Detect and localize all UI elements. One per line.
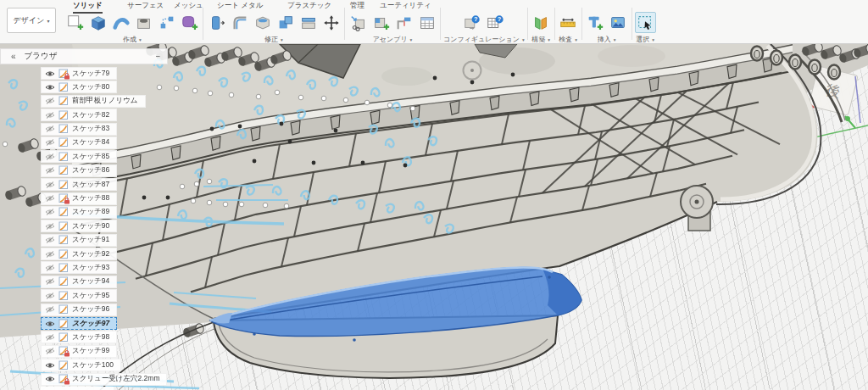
new-component-icon[interactable] (370, 12, 392, 33)
visibility-eye-closed-icon[interactable] (45, 249, 55, 259)
browser-item[interactable]: スケッチ96 (41, 304, 117, 316)
visibility-eye-closed-icon[interactable] (45, 304, 55, 315)
viewport[interactable]: 後 « ブラウザ − スケッチ79スケッチ80前部甲板リノリウムスケッチ82スケ… (0, 44, 868, 390)
collapse-panel-icon[interactable]: « (11, 52, 16, 61)
browser-item[interactable]: スケッチ93 (41, 261, 117, 274)
sketch-point (239, 202, 244, 207)
browser-item[interactable]: スケッチ100 (41, 359, 121, 371)
browser-item[interactable]: スケッチ97 (41, 317, 117, 330)
construct-plane-icon[interactable] (531, 12, 552, 33)
measure-icon[interactable] (558, 12, 579, 33)
browser-item[interactable]: スケッチ99 (41, 345, 117, 358)
browser-item[interactable]: スケッチ85 (41, 150, 117, 163)
browser-item[interactable]: スケッチ88 (41, 192, 117, 205)
joint-icon[interactable] (393, 12, 415, 33)
browser-item[interactable]: 前部甲板リノリウム (41, 95, 146, 108)
browser-item-partial[interactable] (41, 387, 114, 390)
group-create: 作成▾ (64, 0, 200, 44)
visibility-eye-closed-icon[interactable] (45, 152, 55, 162)
group-label-construct[interactable]: 構築▾ (531, 35, 550, 44)
browser-item[interactable]: スケッチ89 (41, 206, 117, 219)
browser-item[interactable]: スケッチ91 (41, 234, 117, 247)
browser-item[interactable]: スケッチ82 (41, 109, 117, 121)
sweep-icon[interactable] (110, 12, 131, 33)
browser-item[interactable]: スケッチ79 (41, 67, 117, 80)
visibility-eye-closed-icon[interactable] (45, 235, 55, 245)
create-sketch-icon[interactable] (64, 12, 86, 33)
configuration-table-icon[interactable]: ? (485, 12, 506, 33)
visibility-eye-closed-icon[interactable] (45, 221, 55, 231)
press-pull-icon[interactable] (206, 12, 227, 33)
sketch-point (387, 103, 392, 108)
group-label-create[interactable]: 作成▾ (123, 35, 142, 44)
browser-item[interactable]: スケッチ83 (41, 123, 117, 136)
browser-item[interactable]: スケッチ84 (41, 136, 117, 149)
visibility-eye-closed-icon[interactable] (45, 263, 55, 273)
bom-table-icon[interactable] (416, 12, 437, 33)
visibility-eye-closed-icon[interactable] (45, 207, 55, 217)
combine-icon[interactable] (275, 12, 296, 33)
fusion360-app: { "toolbar": { "caret": "▾", "design_men… (0, 0, 868, 390)
browser-item[interactable]: スケッチ90 (41, 220, 117, 232)
visibility-eye-open-icon[interactable] (45, 374, 55, 384)
visibility-eye-closed-icon[interactable] (45, 96, 55, 106)
browser-item-label: スケッチ91 (72, 235, 109, 245)
visibility-eye-closed-icon[interactable] (45, 332, 55, 343)
sketch-point (284, 203, 289, 209)
move-icon[interactable] (320, 12, 342, 33)
browser-item[interactable]: スケッチ86 (41, 164, 117, 177)
chevron-down-icon: ▾ (47, 18, 49, 24)
visibility-eye-closed-icon[interactable] (45, 180, 55, 190)
sketch-icon (58, 249, 69, 259)
visibility-eye-closed-icon[interactable] (45, 165, 55, 176)
browser-item[interactable]: スケッチ94 (41, 276, 117, 288)
group-label-assemble[interactable]: アセンブリ▾ (373, 35, 413, 44)
visibility-eye-open-icon[interactable] (45, 319, 55, 329)
extrude-icon[interactable] (87, 12, 108, 33)
hole-icon[interactable] (133, 12, 154, 33)
visibility-eye-closed-icon[interactable] (45, 291, 55, 301)
visibility-eye-closed-icon[interactable] (45, 124, 55, 134)
browser-item[interactable]: スケッチ98 (41, 331, 117, 343)
group-label-inspect[interactable]: 検査▾ (559, 35, 577, 44)
group-label-select[interactable]: 選択▾ (636, 35, 654, 44)
sketch-icon (58, 304, 69, 315)
split-body-icon[interactable] (298, 12, 319, 33)
sketch-icon (58, 137, 69, 148)
group-configuration: ? ? コンフィギュレーション▾ (443, 0, 525, 44)
browser-item[interactable]: スケッチ92 (41, 248, 117, 260)
browser-item[interactable]: スケッチ80 (41, 81, 117, 93)
browser-item-label: スケッチ89 (72, 207, 109, 217)
group-label-configuration[interactable]: コンフィギュレーション▾ (443, 35, 525, 44)
visibility-eye-closed-icon[interactable] (45, 276, 55, 287)
visibility-eye-closed-icon[interactable] (45, 346, 55, 356)
browser-item[interactable]: スケッチ87 (41, 178, 117, 191)
configuration-icon[interactable]: ? (462, 12, 483, 33)
visibility-eye-closed-icon[interactable] (45, 137, 55, 148)
sketch-point (210, 127, 214, 131)
select-tool-icon[interactable] (635, 12, 656, 33)
pattern-icon[interactable] (156, 12, 177, 33)
shell-icon[interactable] (252, 12, 273, 33)
visibility-eye-closed-icon[interactable] (45, 193, 55, 203)
design-menu-button[interactable]: デザイン ▾ (7, 8, 56, 33)
group-label-modify[interactable]: 修正▾ (264, 35, 283, 44)
minimize-panel-icon[interactable]: − (155, 52, 160, 61)
browser-item-label: スケッチ94 (72, 276, 109, 287)
insert-derive-icon[interactable] (348, 12, 369, 33)
browser-item-label: スケッチ99 (72, 346, 109, 356)
insert-body-icon[interactable] (585, 12, 606, 33)
canvas-icon[interactable] (608, 12, 629, 33)
browser-item[interactable]: スケッチ95 (41, 289, 117, 302)
visibility-eye-open-icon[interactable] (45, 360, 55, 370)
browser-item[interactable]: スクリュー受け左穴2.2mm (41, 373, 167, 386)
visibility-eye-closed-icon[interactable] (45, 110, 55, 120)
group-label-insert[interactable]: 挿入▾ (598, 35, 616, 44)
create-form-icon[interactable] (179, 12, 200, 33)
ribbon: 作成▾ 修正▾ アセンブリ▾ (64, 0, 656, 44)
visibility-eye-open-icon[interactable] (45, 82, 55, 92)
visibility-eye-open-icon[interactable] (45, 69, 55, 79)
sketch-point (511, 73, 515, 77)
fillet-icon[interactable] (229, 12, 250, 33)
sketch-icon (58, 110, 69, 120)
